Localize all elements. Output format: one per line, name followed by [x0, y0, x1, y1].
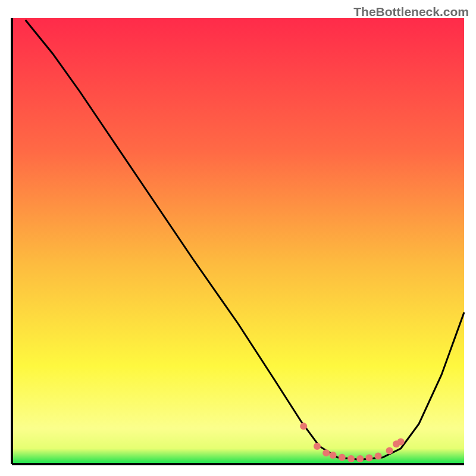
marker-dot	[386, 447, 393, 455]
marker-dot	[322, 449, 330, 456]
attribution-text: TheBottleneck.com	[353, 5, 469, 19]
chart-svg	[0, 0, 476, 476]
marker-dot	[300, 422, 307, 430]
marker-dot	[330, 452, 337, 459]
marker-dot	[375, 453, 382, 460]
marker-dot	[397, 439, 405, 446]
marker-dot	[365, 455, 372, 462]
marker-dot	[347, 455, 355, 462]
marker-dot	[356, 455, 364, 462]
bottleneck-chart: TheBottleneck.com	[0, 0, 476, 476]
marker-dot	[339, 454, 346, 461]
marker-dot	[314, 443, 321, 450]
gradient-background	[12, 18, 464, 464]
